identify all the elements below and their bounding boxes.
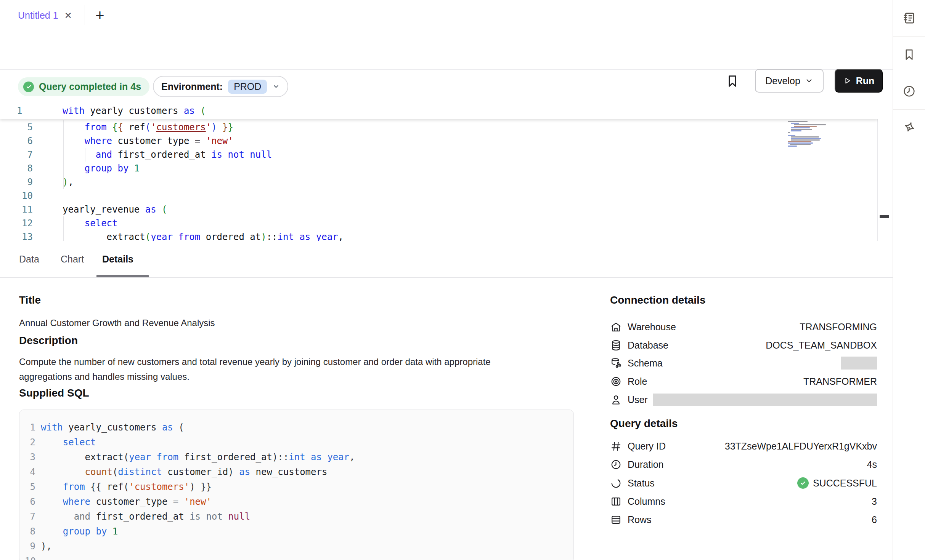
tab-chart[interactable]: Chart [61,241,84,277]
minimap-line [788,142,813,144]
code-token [222,149,228,160]
sql-editor[interactable]: 5 from {{ ref('customers') }}6 where cus… [0,103,878,241]
code-token: ( [200,106,206,116]
code-token [41,467,85,477]
code-token: ordered_at [200,232,261,241]
sql-line: 8 group by 1 [19,524,573,539]
line-number: 3 [19,452,35,462]
code-token: :: [267,232,278,241]
code-token [223,511,228,522]
editor-sticky-line: 1with yearly_customers as ( [0,103,878,119]
code-token [41,452,85,462]
line-number: 13 [0,232,33,241]
detail-row-database: DatabaseDOCS_TEAM_SANDBOX [610,338,877,352]
query-details-heading: Query details [610,418,678,430]
code-token: customer_type [90,496,173,507]
sidebar-bookmark-icon[interactable] [893,37,925,73]
line-number: 7 [0,149,33,160]
detail-label-group: Role [610,376,647,387]
detail-label: Duration [628,459,664,470]
code-token [234,467,239,477]
minimap-line [791,127,810,128]
editor-scrollbar-thumb[interactable] [880,215,889,218]
status-value: SUCCESSFUL [797,477,877,489]
tab-details[interactable]: Details [102,241,133,277]
sql-line: 5 from {{ ref('customers') }} [19,479,573,494]
detail-value: 3 [872,496,877,507]
code-token: ( [145,122,151,133]
line-number: 5 [0,122,33,133]
editor-line: 10 [0,189,878,203]
sql-line: 10 [19,554,573,560]
code-text: count(distinct customer_id) as new_custo… [41,467,327,477]
editor-line: 7 and first_ordered_at is not null [0,148,878,162]
code-token: select [85,218,118,229]
detail-value: TRANSFORMING [800,322,877,333]
editor-line: 12 select [0,216,878,230]
close-tab-icon[interactable]: ✕ [64,11,72,20]
code-token: and [74,511,90,522]
code-token [107,122,112,133]
bookmark-icon[interactable] [725,74,740,89]
editor-line: 9), [0,175,878,189]
query-ide-window: Untitled 1 ✕ + Develop Run Query complet… [0,0,925,560]
database-icon [610,339,622,351]
environment-selector[interactable]: Environment: PROD [153,76,288,97]
sidebar-notebook-icon[interactable] [893,0,925,37]
details-column-divider [597,277,597,560]
code-token [173,232,178,241]
code-token [63,122,85,133]
tab-data[interactable]: Data [19,241,39,277]
tab-untitled-1[interactable]: Untitled 1 ✕ [18,0,72,31]
code-token [156,204,162,215]
success-check-icon [797,477,809,489]
code-text: with yearly_customers as ( [41,422,184,433]
code-token: 1 [134,163,140,174]
detail-row-status: StatusSUCCESSFUL [610,476,877,490]
minimap-line [788,135,795,136]
sql-line: 9), [19,539,573,554]
new-tab-button[interactable]: + [92,0,108,31]
develop-dropdown-button[interactable]: Develop [755,69,824,93]
line-number: 10 [0,190,33,201]
editor-line: 8 group by 1 [0,162,878,175]
editor-line: 5 from {{ ref('customers') }} [0,120,878,134]
detail-value: TRANSFORMER [803,376,877,387]
line-number: 2 [19,437,35,448]
minimap-line [788,146,797,147]
code-token [195,106,200,116]
supplied-sql-block: 1with yearly_customers as (2 select3 ext… [19,410,574,560]
sql-line: 3 extract(year from first_ordered_at)::i… [19,450,573,464]
code-token: ) [189,482,195,492]
code-token: not [206,511,223,522]
code-token: 'new' [184,496,212,507]
line-number: 8 [19,526,35,537]
code-token: year [327,452,349,462]
check-circle-icon [23,82,34,92]
detail-row-warehouse: WarehouseTRANSFORMING [610,320,877,334]
code-token: first_ordered_at [90,511,189,522]
code-token: is [211,149,222,160]
code-text: from {{ ref('customers') }} [63,122,233,133]
line-number: 9 [0,177,33,187]
description-value: Compute the number of new customers and … [19,354,532,384]
minimap-line [788,121,808,122]
play-icon [843,77,851,85]
detail-label-group: User [610,394,648,406]
run-button[interactable]: Run [835,69,883,93]
code-token: } [228,122,233,133]
sidebar-copilot-sparkle-icon[interactable] [893,110,925,146]
code-token [63,136,85,146]
code-token: as [162,422,173,433]
code-token [63,232,107,241]
code-token [294,232,299,241]
active-tab-underline [96,275,149,277]
code-token: year [316,232,338,241]
code-token: from [85,122,107,133]
code-token [90,526,96,537]
code-token: group [63,526,90,537]
sidebar-history-clock-icon[interactable] [893,73,925,110]
detail-label-group: Columns [610,496,665,507]
line-number: 4 [19,467,35,477]
minimap-line [791,138,821,139]
